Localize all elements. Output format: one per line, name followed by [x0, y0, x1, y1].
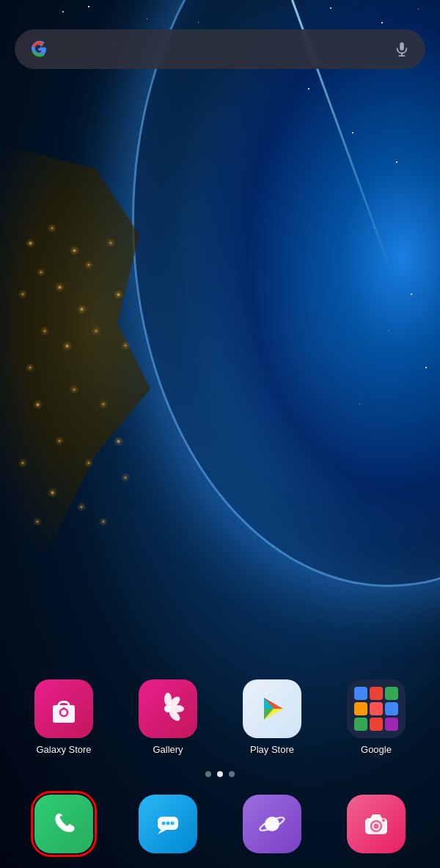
google-folder-icon [347, 679, 406, 738]
mic-icon[interactable] [392, 39, 412, 59]
camera-icon [347, 795, 406, 853]
galaxy-store-label: Galaxy Store [36, 744, 91, 755]
dock-item-browser[interactable] [223, 795, 321, 853]
svg-point-18 [162, 822, 166, 825]
ui-layer: G [0, 0, 440, 868]
browser-icon [243, 795, 301, 853]
phone-icon [34, 795, 93, 853]
google-label: Google [361, 744, 392, 755]
gallery-label: Gallery [153, 744, 183, 755]
app-item-play-store[interactable]: Play Store [223, 679, 321, 755]
galaxy-store-icon [34, 679, 93, 738]
messages-icon [139, 795, 197, 853]
dock [0, 786, 440, 868]
page-indicators [0, 762, 440, 786]
page-dot-1[interactable] [205, 771, 211, 777]
search-bar[interactable]: G [15, 29, 425, 69]
svg-point-27 [382, 819, 385, 822]
search-bar-container: G [0, 0, 440, 84]
dock-item-camera[interactable] [327, 795, 425, 853]
app-item-google[interactable]: Google [327, 679, 425, 755]
gallery-icon [139, 679, 197, 738]
svg-point-20 [171, 822, 175, 825]
svg-point-19 [166, 822, 170, 825]
page-dot-3[interactable] [229, 771, 235, 777]
dock-item-messages[interactable] [119, 795, 217, 853]
svg-point-26 [374, 824, 379, 829]
google-g-icon: G [28, 37, 51, 61]
dock-item-phone[interactable] [15, 795, 113, 853]
play-store-label: Play Store [250, 744, 294, 755]
app-item-galaxy-store[interactable]: Galaxy Store [15, 679, 113, 755]
middle-area [0, 84, 440, 679]
play-store-icon [243, 679, 301, 738]
svg-rect-1 [400, 43, 404, 51]
app-item-gallery[interactable]: Gallery [119, 679, 217, 755]
app-grid-area: Galaxy Store Gallery [0, 679, 440, 762]
app-grid: Galaxy Store Gallery [7, 679, 433, 755]
page-dot-2[interactable] [217, 771, 223, 777]
